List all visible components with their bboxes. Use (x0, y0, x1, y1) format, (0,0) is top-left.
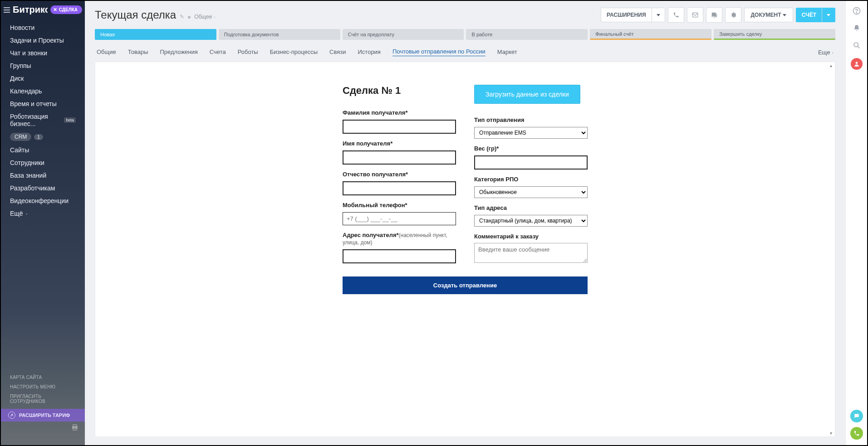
select-ship-type[interactable]: Отправление EMS (474, 127, 588, 139)
beta-badge: beta (64, 117, 76, 123)
form-title: Сделка № 1 (343, 85, 456, 97)
svg-rect-1 (73, 425, 77, 427)
tab-offers[interactable]: Предложения (160, 48, 197, 56)
label-address: Адрес получателя*(населенный пункт, улиц… (343, 232, 456, 247)
tab-invoices[interactable]: Счета (210, 48, 226, 56)
page-title: Текущая сделка (95, 9, 176, 21)
nav-sites[interactable]: Сайты (1, 144, 85, 156)
tab-processes[interactable]: Бизнес-процессы (270, 48, 318, 56)
scroll-down-icon[interactable]: ▾ (828, 431, 834, 436)
print-icon[interactable] (1, 424, 85, 437)
tabs-more[interactable]: Еще · (818, 49, 834, 56)
label-firstname: Имя получателя* (343, 140, 456, 148)
sidebar: Битрикс 2 ✕ СДЕЛКА Новости Задачи и Прое… (1, 1, 85, 445)
stage-prepay[interactable]: Счёт на предоплату (343, 29, 464, 40)
input-address[interactable] (343, 249, 456, 263)
input-weight[interactable] (474, 155, 588, 170)
stage-final[interactable]: Финальный счёт (590, 29, 711, 40)
edit-icon[interactable]: ✎ (180, 14, 184, 20)
topbar: Текущая сделка ✎ Общее · РАСШИРЕНИЯ (85, 1, 845, 29)
input-phone[interactable] (343, 212, 456, 225)
caret-icon[interactable] (652, 8, 665, 22)
nav-menu-settings[interactable]: НАСТРОИТЬ МЕНЮ (1, 382, 85, 392)
svg-rect-3 (692, 13, 698, 17)
right-rail (845, 1, 867, 445)
stage-new[interactable]: Новая (95, 29, 216, 40)
stage-docs[interactable]: Подготовка документов (219, 29, 340, 40)
nav-knowledge[interactable]: База знаний (1, 169, 85, 182)
tab-relations[interactable]: Связи (329, 48, 346, 56)
deal-tag[interactable]: ✕ СДЕЛКА (50, 5, 82, 14)
caret-icon[interactable] (822, 8, 835, 22)
tabs: Общие Товары Предложения Счета Роботы Би… (85, 43, 845, 62)
menu-icon[interactable] (4, 7, 10, 13)
select-rpo[interactable]: Обыкновенное (474, 186, 588, 198)
svg-point-5 (856, 13, 857, 13)
nav-tasks[interactable]: Задачи и Проекты (1, 34, 85, 47)
label-rpo: Категория РПО (474, 176, 588, 184)
scroll-up-icon[interactable]: ▴ (828, 63, 834, 68)
tab-general[interactable]: Общие (97, 48, 116, 56)
nav-developers[interactable]: Разработчикам (1, 182, 85, 194)
nav-news[interactable]: Новости (1, 21, 85, 34)
label-comment: Комментарий к заказу (474, 233, 588, 241)
dot-separator (188, 16, 191, 19)
label-weight: Вес (гр)* (474, 145, 588, 153)
logo: Битрикс 2 (13, 5, 48, 15)
pipeline-stages: Новая Подготовка документов Счёт на пред… (85, 29, 845, 43)
svg-point-7 (855, 62, 858, 64)
expand-tariff-button[interactable]: ↗ РАСШИРИТЬ ТАРИФ (1, 409, 85, 422)
nav-robot[interactable]: Роботизация бизнес... beta (1, 110, 85, 130)
nav-chat[interactable]: Чат и звонки (1, 47, 85, 59)
settings-button[interactable] (725, 7, 741, 23)
nav-crm[interactable]: CRM 1 (1, 130, 85, 144)
nav-more[interactable]: Ещё · (1, 207, 85, 220)
caret-icon (783, 14, 786, 16)
label-addr-type: Тип адреса (474, 204, 588, 212)
document-button[interactable]: ДОКУМЕНТ (744, 8, 793, 22)
phone-button[interactable] (668, 7, 684, 23)
stage-work[interactable]: В работе (466, 29, 588, 40)
extensions-button[interactable]: РАСШИРЕНИЯ (601, 8, 665, 22)
widget-cyan-icon[interactable] (850, 410, 863, 422)
close-icon[interactable]: ✕ (53, 7, 57, 13)
scrollbar[interactable]: ▴ ▾ (828, 63, 834, 436)
bell-icon[interactable] (852, 24, 861, 33)
crm-count-badge: 1 (34, 134, 43, 140)
tab-products[interactable]: Товары (128, 48, 148, 56)
label-phone: Мобильный телефон* (343, 202, 456, 209)
nav-calendar[interactable]: Календарь (1, 85, 85, 97)
label-middlename: Отчество получателя* (343, 171, 456, 179)
select-addr-type[interactable]: Стандартный (улица, дом, квартира) (474, 215, 588, 227)
load-from-deal-button[interactable]: Загрузить данные из сделки (474, 85, 580, 104)
textarea-comment[interactable] (474, 243, 588, 263)
nav-disk[interactable]: Диск (1, 72, 85, 85)
stage-complete[interactable]: Завершить сделку (714, 29, 835, 40)
label-lastname: Фамилия получателя* (343, 109, 456, 117)
widget-call-icon[interactable] (850, 427, 863, 440)
nav-groups[interactable]: Группы (1, 59, 85, 72)
breadcrumb[interactable]: Общее · (194, 14, 216, 20)
nav-employees[interactable]: Сотрудники (1, 156, 85, 169)
input-firstname[interactable] (343, 150, 456, 165)
chat-button[interactable] (706, 7, 722, 23)
input-middlename[interactable] (343, 181, 456, 195)
nav-video[interactable]: Видеоконференции (1, 194, 85, 207)
content-panel: ▴ ▾ Сделка № 1 Фамилия получателя* Имя п (95, 62, 835, 437)
user-avatar[interactable] (851, 58, 863, 70)
invoice-button[interactable]: СЧЁТ (796, 8, 835, 22)
help-icon[interactable] (852, 6, 861, 15)
create-shipment-button[interactable]: Создать отправление (343, 276, 588, 294)
search-icon[interactable] (852, 41, 861, 50)
nav-time[interactable]: Время и отчеты (1, 97, 85, 110)
input-lastname[interactable] (343, 120, 456, 134)
tab-postal[interactable]: Почтовые отправления по России (392, 48, 485, 56)
tab-market[interactable]: Маркет (497, 48, 517, 56)
svg-rect-2 (73, 428, 77, 430)
nav-sitemap[interactable]: КАРТА САЙТА (1, 373, 85, 382)
nav-invite[interactable]: ПРИГЛАСИТЬ СОТРУДНИКОВ (1, 392, 85, 406)
expand-icon: ↗ (8, 412, 15, 419)
tab-robots[interactable]: Роботы (238, 48, 258, 56)
mail-button[interactable] (687, 7, 703, 23)
tab-history[interactable]: История (358, 48, 381, 56)
